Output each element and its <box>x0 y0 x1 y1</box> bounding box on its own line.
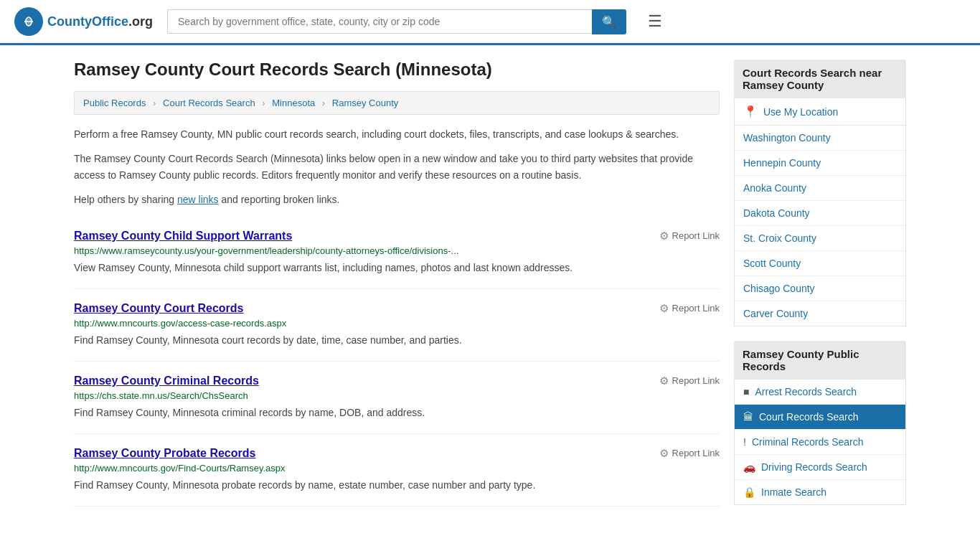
search-container: 🔍 <box>167 9 626 34</box>
breadcrumb: Public Records › Court Records Search › … <box>74 91 720 115</box>
logo-text: CountyOffice.org <box>47 14 153 29</box>
nearby-county-link-5[interactable]: Scott County <box>735 251 905 276</box>
report-icon-3: ⚙ <box>659 447 669 460</box>
report-link-button-1[interactable]: ⚙ Report Link <box>659 302 720 315</box>
nearby-county-link-2[interactable]: Anoka County <box>735 176 905 200</box>
menu-button[interactable]: ☰ <box>648 12 662 31</box>
nearby-county-link-1[interactable]: Hennepin County <box>735 151 905 175</box>
result-item: Ramsey County Court Records ⚙ Report Lin… <box>74 289 720 362</box>
report-link-button-0[interactable]: ⚙ Report Link <box>659 230 720 242</box>
public-records-section-title: Ramsey County Public Records <box>734 341 906 380</box>
public-records-item: ! Criminal Records Search <box>735 430 905 455</box>
public-records-item: 🏛 Court Records Search <box>735 405 905 430</box>
result-item: Ramsey County Probate Records ⚙ Report L… <box>74 434 720 507</box>
result-desc-3: Find Ramsey County, Minnesota probate re… <box>74 478 720 493</box>
search-input[interactable] <box>167 9 592 34</box>
result-item: Ramsey County Child Support Warrants ⚙ R… <box>74 217 720 289</box>
site-logo[interactable]: CountyOffice.org <box>14 7 153 36</box>
public-records-item: ■ Arrest Records Search <box>735 380 905 405</box>
breadcrumb-public-records[interactable]: Public Records <box>83 98 146 108</box>
nearby-county-item: Washington County <box>735 126 905 151</box>
public-records-section: Ramsey County Public Records ■ Arrest Re… <box>734 341 906 505</box>
nearby-county-item: Hennepin County <box>735 151 905 176</box>
result-url-0: https://www.ramseycounty.us/your-governm… <box>74 245 720 256</box>
nearby-section-title: Court Records Search near Ramsey County <box>734 60 906 98</box>
result-desc-2: Find Ramsey County, Minnesota criminal r… <box>74 405 720 420</box>
new-links-link[interactable]: new links <box>177 194 219 205</box>
result-title-3[interactable]: Ramsey County Probate Records <box>74 447 255 460</box>
public-records-link-2[interactable]: ! Criminal Records Search <box>735 430 905 454</box>
public-records-icon-1: 🏛 <box>743 411 753 423</box>
nearby-section: Court Records Search near Ramsey County … <box>734 60 906 326</box>
public-records-link-4[interactable]: 🔒 Inmate Search <box>735 480 905 504</box>
report-link-button-2[interactable]: ⚙ Report Link <box>659 375 720 387</box>
public-records-link-1[interactable]: 🏛 Court Records Search <box>735 405 905 429</box>
use-location-link[interactable]: 📍 Use My Location <box>734 98 906 126</box>
report-icon-2: ⚙ <box>659 375 669 387</box>
page-title: Ramsey County Court Records Search (Minn… <box>74 60 720 80</box>
breadcrumb-court-records-search[interactable]: Court Records Search <box>163 98 255 108</box>
result-title-1[interactable]: Ramsey County Court Records <box>74 302 244 315</box>
description-3: Help others by sharing new links and rep… <box>74 192 720 207</box>
result-url-1: http://www.mncourts.gov/access-case-reco… <box>74 318 720 329</box>
result-url-3: http://www.mncourts.gov/Find-Courts/Rams… <box>74 463 720 474</box>
report-icon-0: ⚙ <box>659 230 669 242</box>
public-records-icon-3: 🚗 <box>743 461 755 473</box>
nearby-county-link-7[interactable]: Carver County <box>735 301 905 326</box>
breadcrumb-ramsey-county[interactable]: Ramsey County <box>332 98 398 108</box>
public-records-icon-0: ■ <box>743 386 749 397</box>
logo-icon <box>14 7 43 36</box>
nearby-county-link-3[interactable]: Dakota County <box>735 201 905 225</box>
public-records-link-0[interactable]: ■ Arrest Records Search <box>735 380 905 404</box>
report-icon-1: ⚙ <box>659 302 669 315</box>
nearby-county-link-6[interactable]: Chisago County <box>735 276 905 301</box>
description-1: Perform a free Ramsey County, MN public … <box>74 126 720 142</box>
site-header: CountyOffice.org 🔍 ☰ <box>0 0 980 45</box>
sidebar: Court Records Search near Ramsey County … <box>734 60 906 519</box>
result-desc-0: View Ramsey County, Minnesota child supp… <box>74 260 720 276</box>
nearby-county-link-4[interactable]: St. Croix County <box>735 226 905 250</box>
public-records-icon-2: ! <box>743 436 746 448</box>
nearby-counties-list: Washington CountyHennepin CountyAnoka Co… <box>734 126 906 326</box>
nearby-county-link-0[interactable]: Washington County <box>735 126 905 150</box>
report-link-button-3[interactable]: ⚙ Report Link <box>659 447 720 460</box>
nearby-county-item: Scott County <box>735 251 905 276</box>
result-title-2[interactable]: Ramsey County Criminal Records <box>74 375 259 387</box>
nearby-county-item: St. Croix County <box>735 226 905 251</box>
nearby-county-item: Anoka County <box>735 176 905 201</box>
public-records-item: 🚗 Driving Records Search <box>735 455 905 480</box>
results-list: Ramsey County Child Support Warrants ⚙ R… <box>74 217 720 507</box>
search-button[interactable]: 🔍 <box>592 9 626 34</box>
public-records-link-3[interactable]: 🚗 Driving Records Search <box>735 455 905 479</box>
public-records-icon-4: 🔒 <box>743 486 755 498</box>
main-container: Ramsey County Court Records Search (Minn… <box>60 45 920 534</box>
public-records-list: ■ Arrest Records Search 🏛 Court Records … <box>734 380 906 505</box>
result-desc-1: Find Ramsey County, Minnesota court reco… <box>74 333 720 348</box>
breadcrumb-minnesota[interactable]: Minnesota <box>272 98 315 108</box>
result-url-2: https://chs.state.mn.us/Search/ChsSearch <box>74 390 720 401</box>
nearby-county-item: Carver County <box>735 301 905 326</box>
location-pin-icon: 📍 <box>743 105 758 118</box>
nearby-county-item: Dakota County <box>735 201 905 226</box>
public-records-item: 🔒 Inmate Search <box>735 480 905 504</box>
nearby-county-item: Chisago County <box>735 276 905 301</box>
result-item: Ramsey County Criminal Records ⚙ Report … <box>74 362 720 434</box>
content-area: Ramsey County Court Records Search (Minn… <box>74 60 720 519</box>
result-title-0[interactable]: Ramsey County Child Support Warrants <box>74 230 292 242</box>
description-2: The Ramsey County Court Records Search (… <box>74 151 720 183</box>
